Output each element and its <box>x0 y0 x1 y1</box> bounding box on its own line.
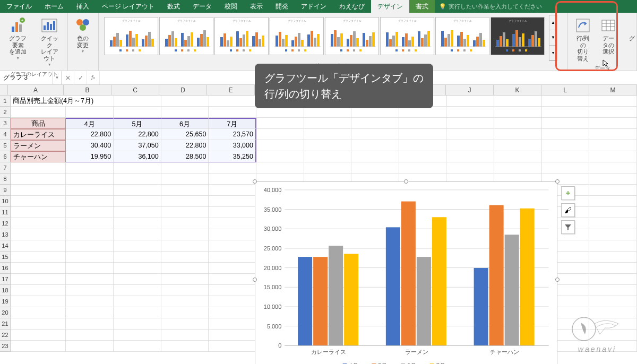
cell-E14[interactable] <box>209 240 256 252</box>
tab-insert[interactable]: 挿入 <box>70 0 96 13</box>
cell-K2[interactable] <box>494 107 542 118</box>
chart-style-thumb[interactable]: グラフタイトル <box>104 17 158 55</box>
cell-A7[interactable] <box>11 162 66 174</box>
cell-E7[interactable] <box>209 162 256 174</box>
row-header[interactable]: 3 <box>0 118 11 129</box>
cell-K5[interactable] <box>494 140 542 151</box>
cell-G3[interactable] <box>304 118 352 129</box>
cell-B23[interactable] <box>66 341 114 352</box>
cell-D2[interactable] <box>161 107 209 118</box>
row-header[interactable]: 7 <box>0 162 11 174</box>
tab-file[interactable]: ファイル <box>0 0 38 13</box>
cell-K4[interactable] <box>494 129 542 140</box>
col-header-A[interactable]: A <box>8 85 64 95</box>
row-header[interactable]: 1 <box>0 96 11 107</box>
cell-C5[interactable]: 37,050 <box>114 140 161 151</box>
chart-style-thumb[interactable]: グラフタイトル <box>270 17 324 55</box>
cell-E11[interactable] <box>209 207 256 218</box>
cell-D21[interactable] <box>161 318 209 330</box>
cell-D12[interactable] <box>161 218 209 229</box>
cell-D19[interactable] <box>161 296 209 307</box>
change-colors-button[interactable]: 色の 変更 ▼ <box>71 15 94 56</box>
col-header-M[interactable]: M <box>589 85 637 95</box>
cell-E12[interactable] <box>209 218 256 229</box>
cell-B17[interactable] <box>66 274 114 285</box>
cell-M18[interactable] <box>589 285 637 296</box>
cell-I2[interactable] <box>399 107 447 118</box>
row-header[interactable]: 17 <box>0 274 11 285</box>
col-header-E[interactable]: E <box>207 85 255 95</box>
cell-B9[interactable] <box>66 185 114 196</box>
cell-K1[interactable] <box>494 96 542 107</box>
cell-D7[interactable] <box>161 162 209 174</box>
cell-M16[interactable] <box>589 263 637 274</box>
cell-A11[interactable] <box>11 207 66 218</box>
row-header[interactable]: 11 <box>0 207 11 218</box>
cell-A21[interactable] <box>11 318 66 330</box>
row-header[interactable]: 19 <box>0 296 11 307</box>
cell-C1[interactable] <box>114 96 162 107</box>
fx-button[interactable]: fx <box>87 71 100 84</box>
cell-H5[interactable] <box>351 140 399 151</box>
row-header[interactable]: 20 <box>0 307 11 318</box>
gallery-more-button[interactable]: ▾ <box>549 46 557 60</box>
cell-C18[interactable] <box>114 285 161 296</box>
cell-B1[interactable] <box>66 96 114 107</box>
cell-M10[interactable] <box>589 196 637 207</box>
cell-B6[interactable]: 19,950 <box>66 151 114 162</box>
cell-C2[interactable] <box>114 107 161 118</box>
cell-B12[interactable] <box>66 218 114 229</box>
cell-H3[interactable] <box>351 118 399 129</box>
cell-E23[interactable] <box>209 341 256 352</box>
row-header[interactable]: 23 <box>0 341 11 352</box>
tab-waenavi[interactable]: わえなび <box>333 0 371 13</box>
cell-D23[interactable] <box>161 341 209 352</box>
resize-handle-w[interactable] <box>253 278 257 282</box>
cell-B8[interactable] <box>66 174 114 185</box>
cell-I7[interactable] <box>399 162 447 174</box>
cell-M3[interactable] <box>589 118 637 129</box>
row-header[interactable]: 4 <box>0 129 11 140</box>
cell-D16[interactable] <box>161 263 209 274</box>
cell-D10[interactable] <box>161 196 209 207</box>
cell-D14[interactable] <box>161 240 209 252</box>
cell-C12[interactable] <box>114 218 161 229</box>
chart-styles-button[interactable]: 🖌 <box>561 203 575 217</box>
cell-B18[interactable] <box>66 285 114 296</box>
cell-J2[interactable] <box>446 107 494 118</box>
row-header[interactable]: 10 <box>0 196 11 207</box>
cell-B11[interactable] <box>66 207 114 218</box>
cell-B20[interactable] <box>66 307 114 318</box>
cell-C11[interactable] <box>114 207 161 218</box>
switch-row-col-button[interactable]: 行/列の 切り替え <box>571 15 595 64</box>
cell-G5[interactable] <box>304 140 352 151</box>
cell-A6[interactable]: チャーハン <box>11 151 66 162</box>
cell-D20[interactable] <box>161 307 209 318</box>
cell-L5[interactable] <box>542 140 590 151</box>
chart-elements-button[interactable]: ＋ <box>561 186 575 200</box>
cell-D1[interactable] <box>161 96 209 107</box>
cell-M15[interactable] <box>589 252 637 263</box>
cell-G2[interactable] <box>304 107 352 118</box>
cell-C13[interactable] <box>114 229 161 240</box>
cell-A8[interactable] <box>11 174 66 185</box>
row-header[interactable]: 12 <box>0 218 11 229</box>
cell-D4[interactable]: 25,650 <box>161 129 209 140</box>
cell-E5[interactable]: 33,000 <box>209 140 256 151</box>
cell-A14[interactable] <box>11 240 66 252</box>
cell-E2[interactable] <box>209 107 256 118</box>
row-header[interactable]: 18 <box>0 285 11 296</box>
cell-B21[interactable] <box>66 318 114 330</box>
tab-pagelayout[interactable]: ページ レイアウト <box>96 0 161 13</box>
cell-E8[interactable] <box>209 174 256 185</box>
cell-D18[interactable] <box>161 285 209 296</box>
cell-J1[interactable] <box>447 96 495 107</box>
cell-C3[interactable]: 5月 <box>114 118 161 129</box>
cell-E18[interactable] <box>209 285 256 296</box>
cell-C23[interactable] <box>114 341 161 352</box>
tab-data[interactable]: データ <box>186 0 218 13</box>
tab-view[interactable]: 表示 <box>244 0 269 13</box>
row-header[interactable]: 8 <box>0 174 11 185</box>
cell-B22[interactable] <box>66 330 114 341</box>
embedded-chart[interactable]: 05,00010,00015,00020,00025,00030,00035,0… <box>255 181 557 364</box>
